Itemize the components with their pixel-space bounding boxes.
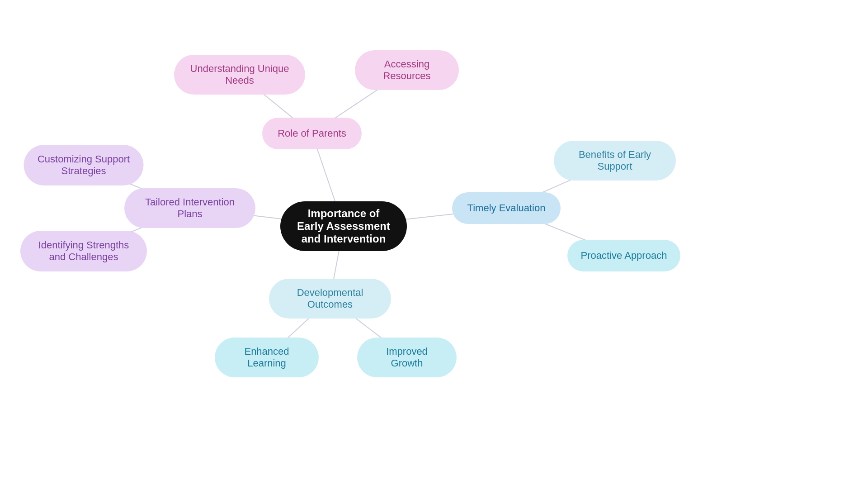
enhanced-learning-node: Enhanced Learning <box>215 338 319 377</box>
role-of-parents-node: Role of Parents <box>262 118 362 149</box>
understanding-unique-needs-node: Understanding Unique Needs <box>174 55 305 95</box>
timely-evaluation-node: Timely Evaluation <box>452 192 561 224</box>
mind-map-container: Importance of Early Assessment and Inter… <box>0 0 868 490</box>
center-node: Importance of Early Assessment and Inter… <box>280 201 407 251</box>
customizing-support-strategies-node: Customizing Support Strategies <box>24 145 144 186</box>
improved-growth-node: Improved Growth <box>357 338 457 377</box>
benefits-of-early-support-node: Benefits of Early Support <box>554 141 676 181</box>
developmental-outcomes-node: Developmental Outcomes <box>269 279 391 319</box>
proactive-approach-node: Proactive Approach <box>567 240 680 271</box>
accessing-resources-node: Accessing Resources <box>355 50 459 90</box>
identifying-strengths-challenges-node: Identifying Strengths and Challenges <box>20 231 147 271</box>
tailored-intervention-plans-node: Tailored Intervention Plans <box>124 188 255 228</box>
